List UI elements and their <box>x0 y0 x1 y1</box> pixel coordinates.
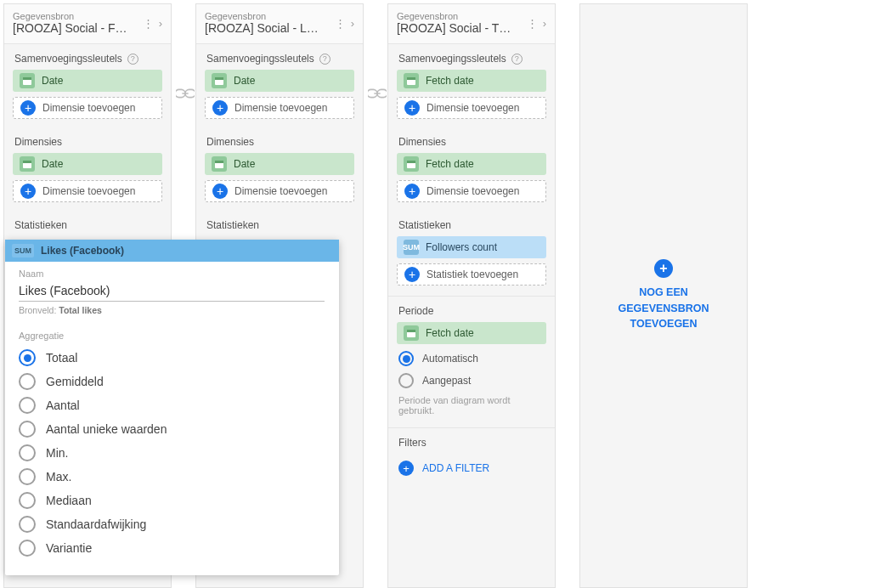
calendar-icon <box>404 73 419 88</box>
aggregation-option[interactable]: Aantal <box>19 393 325 417</box>
more-icon[interactable]: ⋮ <box>143 17 154 30</box>
help-icon[interactable]: ? <box>319 54 330 65</box>
popup-header: SUM Likes (Facebook) <box>5 240 339 262</box>
filters-label: Filters <box>388 428 555 454</box>
plus-icon: + <box>398 461 414 476</box>
radio-icon <box>398 351 414 366</box>
radio-icon <box>19 540 36 557</box>
datasource-name[interactable]: [ROOZA] Social - L… <box>205 21 335 35</box>
aggregation-option[interactable]: Aantal unieke waarden <box>19 417 325 441</box>
join-link-icon <box>173 85 197 102</box>
aggregation-option[interactable]: Min. <box>19 441 325 465</box>
dimension-chip[interactable]: Fetch date <box>397 153 546 175</box>
name-field-label: Naam <box>19 269 325 279</box>
period-custom-radio[interactable]: Aangepast <box>388 370 555 392</box>
svg-rect-9 <box>407 77 415 80</box>
metric-edit-popup: SUM Likes (Facebook) Naam Bronveld: Tota… <box>5 240 339 575</box>
plus-icon: + <box>404 184 420 199</box>
dimension-chip[interactable]: Date <box>205 153 354 175</box>
chevron-right-icon[interactable]: › <box>159 17 162 30</box>
plus-icon: + <box>212 100 228 116</box>
aggregation-option[interactable]: Max. <box>19 465 325 489</box>
add-dimension-button[interactable]: + Dimensie toevoegen <box>205 97 354 119</box>
joinkeys-label: Samenvoegingssleutels ? <box>196 44 363 70</box>
more-icon[interactable]: ⋮ <box>335 17 346 30</box>
plus-icon: + <box>20 184 36 199</box>
metric-name-input[interactable] <box>19 280 325 302</box>
radio-icon <box>19 492 36 509</box>
period-auto-radio[interactable]: Automatisch <box>388 348 555 370</box>
datasource-label: Gegevensbron <box>13 11 143 21</box>
radio-icon <box>19 373 36 390</box>
aggregation-option[interactable]: Gemiddeld <box>19 370 325 393</box>
period-note: Periode van diagram wordt gebruikt. <box>388 392 555 426</box>
chevron-right-icon[interactable]: › <box>543 17 546 30</box>
dimension-chip[interactable]: Date <box>13 153 162 175</box>
calendar-icon <box>212 156 227 172</box>
joinkey-chip[interactable]: Fetch date <box>397 70 546 92</box>
svg-rect-11 <box>407 161 415 163</box>
add-dimension-button[interactable]: + Dimensie toevoegen <box>205 180 354 202</box>
add-metric-button[interactable]: + Statistiek toevoegen <box>397 263 546 286</box>
plus-icon: + <box>404 100 420 116</box>
joinkey-chip[interactable]: Date <box>205 70 354 92</box>
period-label: Periode <box>388 297 555 322</box>
metrics-label: Statistieken <box>388 211 555 236</box>
dimensions-label: Dimensies <box>196 127 363 153</box>
aggregation-option[interactable]: Mediaan <box>19 489 325 512</box>
column-header: Gegevensbron [ROOZA] Social - T… ⋮ › <box>388 4 555 44</box>
plus-icon: + <box>20 100 36 116</box>
datasource-label: Gegevensbron <box>205 11 335 21</box>
aggregation-label: Aggregatie <box>19 331 325 341</box>
svg-rect-3 <box>23 161 31 163</box>
calendar-icon <box>20 73 35 88</box>
metric-chip[interactable]: SUM Followers count <box>397 236 546 258</box>
period-dimension-chip[interactable]: Fetch date <box>397 322 546 344</box>
sum-badge: SUM <box>404 240 419 255</box>
add-filter-button[interactable]: + ADD A FILTER <box>388 454 555 483</box>
svg-rect-1 <box>23 77 31 80</box>
sum-badge: SUM <box>12 244 34 257</box>
datasource-column: Gegevensbron [ROOZA] Social - T… ⋮ › Sam… <box>387 3 556 588</box>
chevron-right-icon[interactable]: › <box>351 17 354 30</box>
calendar-icon <box>20 156 35 172</box>
plus-icon: + <box>212 184 228 199</box>
join-link-icon <box>365 85 389 102</box>
add-dimension-button[interactable]: + Dimensie toevoegen <box>13 180 162 202</box>
calendar-icon <box>212 73 227 88</box>
joinkey-chip[interactable]: Date <box>13 70 162 92</box>
datasource-name[interactable]: [ROOZA] Social - F… <box>13 21 143 35</box>
dimensions-label: Dimensies <box>388 127 555 153</box>
dimensions-label: Dimensies <box>4 127 171 153</box>
svg-rect-5 <box>215 77 223 80</box>
source-field-label: Bronveld: Total likes <box>19 305 325 315</box>
calendar-icon <box>404 156 419 172</box>
more-icon[interactable]: ⋮ <box>527 17 538 30</box>
add-dimension-button[interactable]: + Dimensie toevoegen <box>397 180 546 202</box>
joinkeys-label: Samenvoegingssleutels ? <box>4 44 171 70</box>
radio-icon <box>19 397 36 414</box>
aggregation-option[interactable]: Standaardafwijking <box>19 512 325 536</box>
add-datasource-button[interactable]: + NOG EEN GEGEVENSBRON TOEVOEGEN <box>579 3 748 588</box>
help-icon[interactable]: ? <box>127 54 138 65</box>
add-dimension-button[interactable]: + Dimensie toevoegen <box>397 97 546 119</box>
plus-icon: + <box>654 259 673 278</box>
calendar-icon <box>404 325 419 341</box>
plus-icon: + <box>404 267 420 282</box>
svg-rect-13 <box>407 330 415 332</box>
metrics-label: Statistieken <box>4 211 171 236</box>
radio-icon <box>19 516 36 533</box>
add-dimension-button[interactable]: + Dimensie toevoegen <box>13 97 162 119</box>
radio-icon <box>398 373 414 388</box>
svg-rect-7 <box>215 161 223 163</box>
radio-icon <box>19 468 36 485</box>
radio-icon <box>19 421 36 438</box>
aggregation-option[interactable]: Totaal <box>19 346 325 370</box>
datasource-label: Gegevensbron <box>397 11 527 21</box>
column-header: Gegevensbron [ROOZA] Social - F… ⋮ › <box>4 4 171 44</box>
datasource-name[interactable]: [ROOZA] Social - T… <box>397 21 527 35</box>
metrics-label: Statistieken <box>196 211 363 236</box>
aggregation-option[interactable]: Variantie <box>19 536 325 560</box>
joinkeys-label: Samenvoegingssleutels ? <box>388 44 555 70</box>
help-icon[interactable]: ? <box>511 54 523 65</box>
